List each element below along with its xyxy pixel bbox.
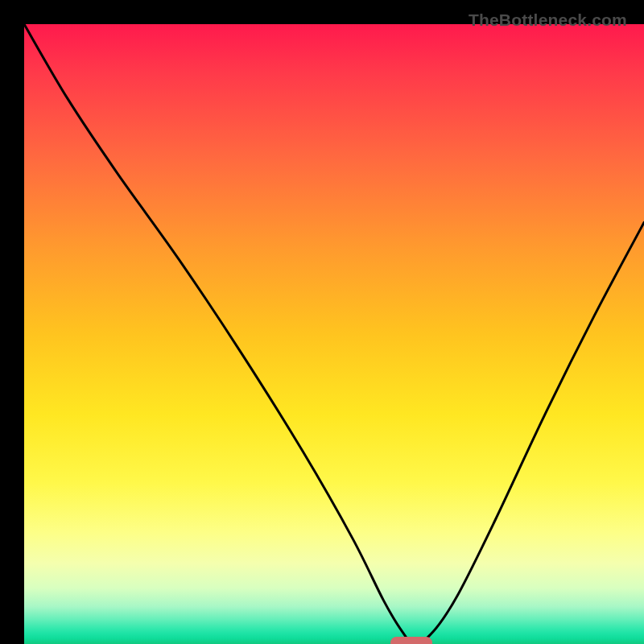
watermark-text: TheBottleneck.com (469, 10, 627, 30)
plot-area (24, 24, 644, 644)
bottleneck-curve (24, 24, 644, 644)
optimal-marker (390, 637, 432, 644)
chart-frame: TheBottleneck.com (12, 12, 632, 632)
